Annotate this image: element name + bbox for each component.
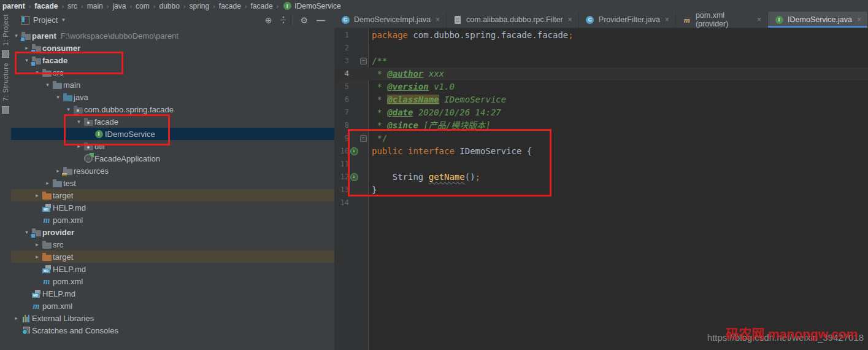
- breadcrumb-item[interactable]: java: [112, 2, 126, 10]
- tree-row-resources[interactable]: ▸resources: [11, 165, 334, 177]
- tree-row-pom-xml[interactable]: mpom.xml: [11, 300, 334, 312]
- close-icon[interactable]: ×: [757, 15, 761, 24]
- gutter-slot: [349, 29, 359, 42]
- locate-icon[interactable]: ⊕: [265, 16, 272, 25]
- tree-row-help-md[interactable]: MDHELP.md: [11, 263, 334, 275]
- breadcrumb-item[interactable]: facade: [34, 2, 58, 10]
- chevron-right-icon[interactable]: ▸: [12, 315, 21, 321]
- code-line-13[interactable]: 13}: [334, 184, 868, 196]
- chevron-down-icon[interactable]: ▼: [61, 17, 66, 23]
- code-line-14[interactable]: 14: [334, 196, 868, 209]
- breadcrumb-item[interactable]: facade: [251, 2, 273, 10]
- tree-row-main[interactable]: ▾main: [11, 79, 334, 91]
- breadcrumb-item[interactable]: parent: [2, 2, 25, 10]
- code-line-9[interactable]: 9− */: [334, 132, 868, 145]
- tree-row-facadeapplication[interactable]: FacadeApplication: [11, 152, 334, 165]
- tab-com-alibaba-dubbo-rpc-filter[interactable]: com.alibaba.dubbo.rpc.Filter×: [447, 12, 579, 28]
- code-line-1[interactable]: 1package com.dubbo.spring.facade.facade;: [334, 29, 868, 42]
- tree-row-scratches-and-consoles[interactable]: Scratches and Consoles: [11, 324, 334, 336]
- breadcrumb-item[interactable]: com: [136, 2, 150, 10]
- chevron-down-icon[interactable]: ▾: [43, 82, 52, 88]
- project-panel-title[interactable]: Project: [33, 15, 58, 25]
- tree-row-external-libraries[interactable]: ▸External Libraries: [11, 312, 334, 324]
- tree-item-label: resources: [74, 166, 109, 176]
- code-line-7[interactable]: 7 * @date 2020/10/26 14:27: [334, 106, 868, 119]
- tree-row-consumer[interactable]: ▸consumer: [11, 42, 334, 54]
- gutter-slot: [349, 158, 359, 171]
- code-text: }: [368, 184, 377, 196]
- implemented-marker-icon[interactable]: ↓: [350, 147, 358, 155]
- tree-row-parent[interactable]: ▾parentF:\workspace\dubboDemo\parent: [11, 29, 334, 42]
- breadcrumb-item[interactable]: main: [87, 2, 103, 10]
- tree-row-util[interactable]: ▸util: [11, 140, 334, 152]
- tree-item-label: parent: [32, 31, 56, 41]
- code-line-5[interactable]: 5 * @version v1.0: [334, 80, 868, 93]
- code-line-2[interactable]: 2: [334, 42, 868, 55]
- tree-row-idemoservice[interactable]: IIDemoService: [11, 128, 334, 140]
- code-line-4[interactable]: 4 * @author xxx: [334, 68, 868, 80]
- code-line-6[interactable]: 6 * @className IDemoService: [334, 93, 868, 106]
- tree-item-label: facade: [42, 56, 67, 65]
- breadcrumb-item[interactable]: src: [67, 2, 77, 10]
- tab-providerfilter-java[interactable]: CProviderFilter.java×: [579, 12, 676, 28]
- chevron-down-icon[interactable]: ▾: [33, 69, 42, 76]
- chevron-right-icon[interactable]: ▸: [33, 192, 42, 198]
- breadcrumb: parent›facade›src›main›java›com›dubbo›sp…: [0, 0, 868, 12]
- tree-row-com-dubbo-spring-facade[interactable]: ▾com.dubbo.spring.facade: [11, 103, 334, 115]
- tool-strip-icon[interactable]: [2, 50, 9, 58]
- code-line-10[interactable]: 10↓public interface IDemoService {: [334, 145, 868, 158]
- code-text: [368, 158, 372, 171]
- tab-idemoservice-java[interactable]: IIDemoService.java×: [768, 12, 868, 28]
- chevron-down-icon[interactable]: ▾: [53, 94, 63, 100]
- tab-pom-xml-provider-[interactable]: mpom.xml (provider)×: [676, 12, 768, 28]
- tree-row-test[interactable]: ▸test: [11, 177, 334, 189]
- chevron-right-icon[interactable]: ▸: [74, 143, 83, 149]
- hide-icon[interactable]: —: [317, 16, 325, 25]
- tree-row-src[interactable]: ▾src: [11, 66, 334, 79]
- tree-row-src[interactable]: ▸src: [11, 238, 334, 251]
- code-line-11[interactable]: 11: [334, 158, 868, 171]
- code-editor[interactable]: 1package com.dubbo.spring.facade.facade;…: [334, 28, 868, 350]
- chevron-right-icon[interactable]: ▸: [33, 254, 42, 260]
- module-folder-icon: [31, 44, 41, 52]
- maven-tab-icon: m: [682, 15, 692, 24]
- close-icon[interactable]: ×: [568, 15, 572, 24]
- tool-strip-structure-button[interactable]: 7: Structure: [2, 63, 9, 101]
- collapse-all-icon[interactable]: ▾▴: [280, 16, 286, 24]
- tab-label: pom.xml (provider): [696, 11, 752, 28]
- tree-row-pom-xml[interactable]: mpom.xml: [11, 214, 334, 226]
- breadcrumb-item[interactable]: facade: [219, 2, 241, 10]
- tree-row-facade[interactable]: ▾facade: [11, 54, 334, 66]
- code-line-8[interactable]: 8 * @since [产品/模块版本]: [334, 119, 868, 132]
- chevron-right-icon[interactable]: ▸: [33, 241, 42, 247]
- folder-target-icon: [42, 252, 52, 261]
- tool-strip-project-button[interactable]: 1: Project: [2, 14, 9, 45]
- close-icon[interactable]: ×: [857, 15, 861, 24]
- close-icon[interactable]: ×: [436, 15, 440, 24]
- tree-row-pom-xml[interactable]: mpom.xml: [11, 275, 334, 287]
- tab-demoserviceimpl-java[interactable]: CDemoServiceImpl.java×: [334, 12, 447, 28]
- code-line-3[interactable]: 3−/**: [334, 55, 868, 68]
- breadcrumb-item[interactable]: spring: [190, 2, 210, 10]
- chevron-down-icon[interactable]: ▾: [74, 119, 83, 125]
- tree-row-target[interactable]: ▸target: [11, 251, 334, 263]
- tree-row-facade[interactable]: ▾facade: [11, 115, 334, 128]
- tree-row-help-md[interactable]: MDHELP.md: [11, 201, 334, 214]
- tree-row-help-md[interactable]: MDHELP.md: [11, 287, 334, 300]
- tree-row-target[interactable]: ▸target: [11, 189, 334, 201]
- code-line-12[interactable]: 12↓ String getName();: [334, 171, 868, 184]
- chevron-down-icon[interactable]: ▾: [64, 106, 73, 112]
- breadcrumb-current[interactable]: IIDemoService: [282, 2, 340, 10]
- breadcrumb-item[interactable]: dubbo: [159, 2, 179, 10]
- settings-icon[interactable]: ⚙: [300, 16, 308, 25]
- chevron-right-icon[interactable]: ▸: [43, 180, 52, 186]
- tree-item-label: HELP.md: [42, 289, 75, 298]
- implemented-marker-icon[interactable]: ↓: [350, 173, 358, 181]
- tree-item-label: FacadeApplication: [94, 154, 160, 163]
- tool-strip-icon[interactable]: [2, 106, 9, 114]
- fold-marker-icon[interactable]: −: [360, 135, 367, 142]
- close-icon[interactable]: ×: [665, 15, 669, 24]
- tree-row-java[interactable]: ▾java: [11, 91, 334, 103]
- tree-row-provider[interactable]: ▾provider: [11, 226, 334, 238]
- fold-marker-icon[interactable]: −: [360, 58, 367, 64]
